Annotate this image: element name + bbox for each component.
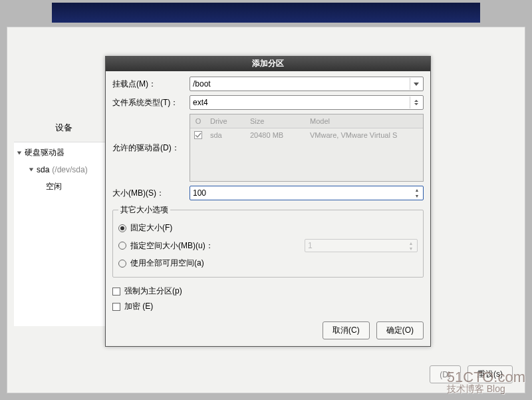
mount-point-label: 挂载点(M)：	[112, 79, 186, 90]
hdr-drive: Drive	[206, 114, 246, 128]
size-label: 大小(MB)(S)：	[112, 188, 186, 199]
radio-fill-row[interactable]: 使用全部可用空间(a)	[118, 255, 418, 272]
upto-spinner: ▲▼	[406, 240, 416, 251]
radio-upto-label: 指定空间大小(MB)(u)：	[130, 240, 213, 252]
chevron-down-icon[interactable]	[410, 78, 422, 90]
radio-fill[interactable]	[118, 260, 126, 268]
upto-input: 1 ▲▼	[305, 239, 418, 252]
hdr-size: Size	[246, 114, 306, 128]
radio-fill-label: 使用全部可用空间(a)	[130, 258, 204, 269]
ok-button[interactable]: 确定(O)	[376, 321, 424, 339]
row-checkbox[interactable]	[194, 131, 202, 139]
primary-check-row[interactable]: 强制为主分区(p)	[112, 283, 424, 298]
size-spinner[interactable]: ▲▼	[412, 187, 422, 199]
svg-marker-3	[414, 83, 419, 86]
allowed-drives-label: 允许的驱动器(D)：	[112, 142, 186, 154]
table-row[interactable]: sda 20480 MB VMware, VMware Virtual S	[190, 128, 423, 142]
primary-checkbox[interactable]	[112, 288, 120, 296]
fstype-label: 文件系统类型(T)：	[112, 97, 186, 108]
radio-upto-row[interactable]: 指定空间大小(MB)(u)： 1 ▲▼	[118, 236, 418, 255]
svg-marker-0	[17, 151, 21, 154]
encrypt-checkbox[interactable]	[112, 303, 120, 311]
size-input-wrap[interactable]: ▲▼	[190, 186, 424, 200]
watermark-line2: 技术博客 Blog	[447, 385, 525, 393]
svg-marker-4	[414, 100, 418, 102]
encrypt-check-row[interactable]: 加密 (E)	[112, 298, 424, 313]
dropdown-spinner-icon[interactable]	[410, 97, 422, 108]
upto-value: 1	[308, 241, 313, 250]
size-options-fieldset: 其它大小选项 固定大小(F) 指定空间大小(MB)(u)： 1 ▲▼ 使用全部可…	[112, 204, 424, 278]
add-partition-dialog: 添加分区 挂载点(M)： 文件系统类型(T)： 允许的驱动器(D)： O	[105, 56, 431, 347]
size-options-legend: 其它大小选项	[118, 204, 170, 216]
tree-hard-drives-label: 硬盘驱动器	[25, 147, 65, 158]
dialog-title: 添加分区	[106, 57, 430, 71]
svg-marker-1	[29, 168, 33, 172]
svg-marker-5	[414, 103, 418, 105]
tree-sda-label: sda	[37, 165, 49, 174]
tree-sda-device: (/dev/sda)	[52, 165, 87, 174]
hdr-model: Model	[306, 114, 423, 128]
cancel-button[interactable]: 取消(C)	[323, 321, 370, 339]
tree-hard-drives[interactable]: 硬盘驱动器	[14, 145, 114, 160]
radio-fixed-label: 固定大小(F)	[130, 222, 172, 234]
tree-free-label: 空闲	[46, 181, 62, 192]
hdr-check: O	[196, 117, 201, 125]
row-model: VMware, VMware Virtual S	[306, 128, 423, 142]
tree-free[interactable]: 空闲	[14, 179, 114, 194]
chevron-down-icon	[17, 150, 22, 156]
allowed-drives-table[interactable]: O Drive Size Model sda 20480 MB VMware, …	[190, 114, 424, 182]
tree-sda[interactable]: sda (/dev/sda)	[14, 163, 114, 176]
dialog-buttons: 取消(C) 确定(O)	[112, 321, 424, 339]
row-drive: sda	[206, 128, 246, 142]
fstype-combo[interactable]	[190, 95, 424, 110]
dialog-body: 挂载点(M)： 文件系统类型(T)： 允许的驱动器(D)： O Drive	[106, 71, 430, 346]
watermark: 51CTO.com 技术博客 Blog	[447, 371, 525, 393]
primary-label: 强制为主分区(p)	[124, 286, 182, 297]
row-size: 20480 MB	[246, 128, 306, 142]
radio-fixed[interactable]	[118, 224, 126, 232]
device-sidebar: 设备 硬盘驱动器 sda (/dev/sda) 空闲	[14, 114, 114, 326]
radio-fixed-row[interactable]: 固定大小(F)	[118, 220, 418, 236]
fstype-input[interactable]	[193, 98, 420, 107]
chevron-down-icon	[29, 167, 34, 172]
mount-point-input[interactable]	[193, 79, 420, 89]
radio-upto[interactable]	[118, 242, 126, 250]
encrypt-label: 加密 (E)	[124, 301, 153, 312]
size-input[interactable]	[193, 188, 420, 198]
installer-top-bar	[52, 3, 480, 23]
table-header: O Drive Size Model	[190, 114, 423, 128]
sidebar-header: 设备	[14, 114, 114, 142]
mount-point-combo[interactable]	[190, 77, 424, 91]
